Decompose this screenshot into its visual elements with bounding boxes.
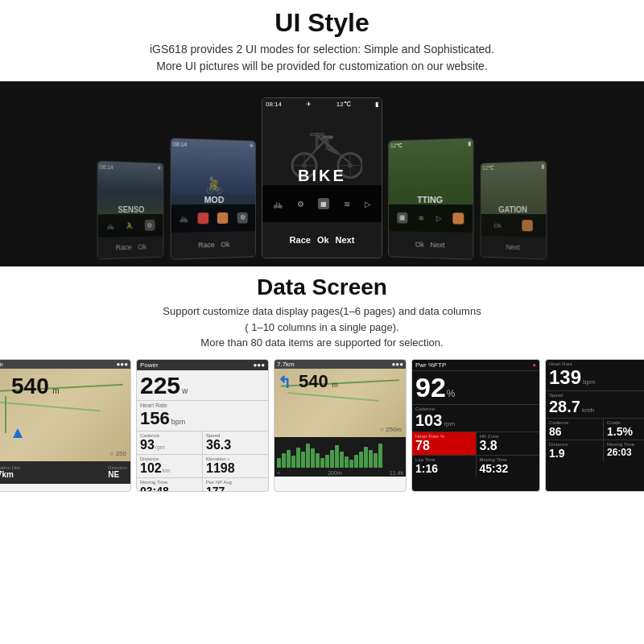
- data-panel-5: Heart Rate ● 139 bpm Speed 28.7 kmh: [545, 359, 644, 492]
- panel3-topbar: 7.7km ●●●: [275, 360, 406, 369]
- screen-label-1: SENSO: [118, 205, 144, 214]
- panel5-speed-row: Speed 28.7 kmh: [546, 391, 644, 419]
- screens-carousel: 08:14 ✈ SENSO 🚲 🚴 ⚙ Race Ok: [0, 81, 644, 266]
- turn-arrow-3: ↰: [278, 373, 291, 392]
- nav-race-s2: Race: [198, 241, 214, 250]
- nav-ok-s4: Ok: [415, 240, 424, 248]
- panel1-dest: Destination Dist 7.77km: [0, 465, 20, 479]
- panel4-header: Pwr %FTP ●: [412, 360, 539, 371]
- bar-icon-center: ▦: [318, 198, 329, 209]
- panel1-map: ↰ 540 m ○ 250: [0, 369, 130, 461]
- screen-group-5: 12℃ ▮ GATION Ok Next: [477, 162, 548, 258]
- nav-race-center: Race: [290, 235, 311, 245]
- panel5-dist-time-row: Distance 1.9 Moving Time 26:03: [546, 440, 644, 461]
- screen-group-4: 12℃ ▮ TTING ▦ ≋ ▷ Ok Next: [386, 139, 474, 258]
- nav-ok-center: Ok: [317, 235, 329, 245]
- panel5-cad-grade-row: Cadence 86 Grade 1.5%: [546, 419, 644, 440]
- nav-next-s5: Next: [506, 243, 519, 251]
- gear-icon-s1: ⚙: [144, 220, 155, 231]
- panel2-hr-row: Heart Rate 156 bpm: [137, 401, 268, 431]
- screen-group-3: 08:14 ✈ 12℃ ▮: [262, 97, 382, 258]
- bike-label: BIKE: [298, 167, 346, 185]
- screen-label-4: TTING: [417, 195, 443, 204]
- data-screen-title: Data Screen: [257, 275, 387, 300]
- screen-group-2: 🚴 08:14 ✈ MOD 🚲 ⚙: [170, 139, 258, 258]
- panel2-time-pwr-row: Moving Time 03:48 Pwr NP Avg 177: [137, 478, 268, 492]
- screen-card-4[interactable]: 12℃ ▮ TTING ▦ ≋ ▷ Ok Next: [388, 138, 473, 260]
- panel3-map: ↰ 540 m ○ 250m: [275, 369, 406, 437]
- screen-label-2: MOD: [204, 195, 225, 204]
- data-panel-2: Power ●●● 225 w Heart Rate 156 bpm: [136, 359, 269, 492]
- wifi-icon-center: ≋: [344, 200, 350, 208]
- panel4-ftp-row: 92 %: [412, 371, 539, 405]
- screen-card-5[interactable]: 12℃ ▮ GATION Ok Next: [481, 160, 547, 259]
- panel2-dist-elev-row: Distance 102 km Elevation + 1198: [137, 455, 268, 478]
- panel2-header: Power ●●●: [137, 360, 268, 370]
- data-panels-row: 7.7km ●●● ↰ 540 m: [0, 353, 644, 498]
- location-marker-1: [13, 428, 23, 438]
- nav-next-center: Next: [336, 235, 355, 245]
- panel4-laptime-row: Lap Time 1:16 Moving Time 45:32: [412, 456, 539, 477]
- panel1-topbar: 7.7km ●●●: [0, 360, 130, 369]
- ok-icon-s5: Ok: [493, 222, 501, 229]
- status-bar-center: 08:14 ✈ 12℃ ▮: [266, 101, 378, 108]
- page-wrapper: UI Style iGS618 provides 2 UI modes for …: [0, 0, 644, 644]
- icon-s2-2: [217, 213, 228, 224]
- icon-s5: [522, 220, 532, 231]
- data-panel-1: 7.7km ●●● ↰ 540 m: [0, 359, 131, 492]
- data-panel-4: Pwr %FTP ● 92 % Cadence 103 rpm: [411, 359, 540, 492]
- panel4-cadence-row: Cadence 103 rpm: [412, 405, 539, 432]
- ui-style-desc-line2: More UI pictures will be provided for cu…: [156, 60, 488, 72]
- speed-540-1: 540 m: [11, 375, 60, 398]
- icon-s4-2: [452, 213, 464, 224]
- data-panel-3: 7.7km ●●● ↰ 540 m ○ 250m: [274, 359, 407, 492]
- panel5-hr-row: Heart Rate ● 139 bpm: [546, 360, 644, 391]
- nav-bar-center: Race Ok Next: [262, 222, 382, 258]
- panel1-bottombar: Destination Dist 7.77km Direction NE: [0, 461, 130, 484]
- ui-style-section: UI Style iGS618 provides 2 UI modes for …: [0, 0, 644, 81]
- icon-s2-1: [197, 213, 208, 224]
- ui-style-desc: iGS618 provides 2 UI modes for selection…: [150, 41, 494, 75]
- panel2-power-row: 225 w: [137, 370, 268, 401]
- nav-ok-s1: Ok: [138, 243, 147, 251]
- nav-ok-s2: Ok: [221, 240, 229, 248]
- screen-group-1: 08:14 ✈ SENSO 🚲 🚴 ⚙ Race Ok: [96, 162, 167, 258]
- panel1-dir: Direction NE: [108, 465, 127, 479]
- panel4-hr-hrzone-row: Heart Rate % 78 HR Zone 3.8: [412, 432, 539, 456]
- panel3-footer: + 200m 11.4k: [275, 469, 406, 477]
- arrow-icon-center: ▷: [365, 200, 371, 208]
- ui-style-desc-line1: iGS618 provides 2 UI modes for selection…: [150, 43, 494, 56]
- icon-s4-1: ▦: [397, 212, 407, 223]
- nav-bar-5: Next: [481, 236, 547, 258]
- panel2-cad-spd-row: Cadence 93 rpm Speed 36.3: [137, 431, 268, 455]
- screen-card-1[interactable]: 08:14 ✈ SENSO 🚲 🚴 ⚙ Race Ok: [97, 160, 164, 259]
- nav-race-s1: Race: [116, 243, 132, 252]
- screen-card-center[interactable]: 08:14 ✈ 12℃ ▮: [262, 97, 382, 258]
- gear-icon-s2: ⚙: [237, 212, 248, 223]
- panel1-dist: 7.7km: [0, 361, 3, 368]
- turn-arrow-1: ↰: [0, 375, 2, 396]
- data-screen-section: Data Screen Support customize data displ…: [0, 266, 644, 498]
- panel3-chart: [275, 437, 406, 469]
- ui-style-title: UI Style: [275, 8, 369, 38]
- screen-label-5: GATION: [498, 205, 527, 214]
- data-screen-desc: Support customize data display pages(1–6…: [163, 303, 481, 351]
- speed-540-3: 540 m: [299, 373, 338, 390]
- map-route-3: [5, 396, 6, 433]
- nav-bar-4: Ok Next: [389, 231, 473, 259]
- screen-card-2[interactable]: 🚴 08:14 ✈ MOD 🚲 ⚙: [171, 138, 256, 260]
- nav-next-s4: Next: [430, 241, 444, 250]
